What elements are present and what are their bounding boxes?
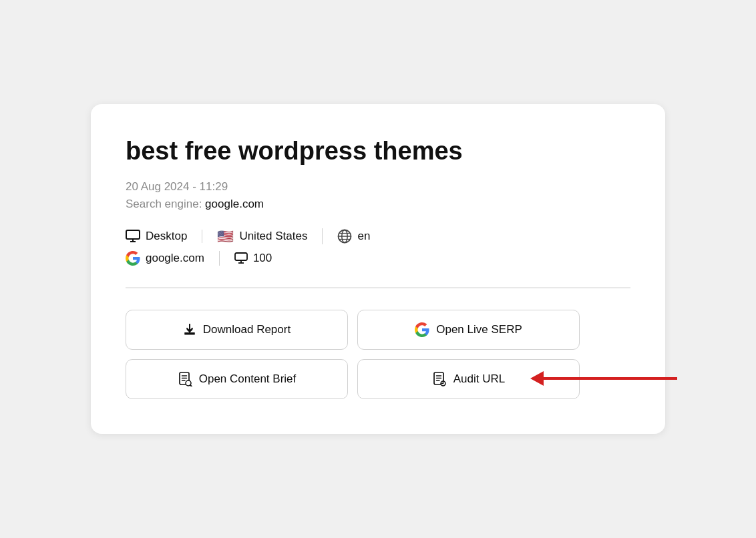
device-meta: Desktop [126,230,202,243]
flag-icon: 🇺🇸 [217,228,234,244]
audit-icon [432,372,447,386]
count-label: 100 [253,252,272,265]
device-label: Desktop [146,230,187,243]
language-meta: en [337,229,370,244]
svg-rect-8 [235,253,247,260]
download-report-label: Download Report [203,323,291,336]
search-engine-value: google.com [205,198,264,210]
monitor-icon [234,252,248,264]
search-engine-label: Search engine: [126,198,202,210]
language-label: en [357,230,370,243]
google-g-icon [415,322,429,337]
google-domain-label: google.com [146,252,204,265]
svg-line-19 [190,385,192,386]
download-report-button[interactable]: Download Report [126,310,348,350]
count-meta: 100 [234,252,272,265]
audit-url-label: Audit URL [453,372,505,386]
open-live-serp-label: Open Live SERP [436,323,522,336]
meta-row-2: google.com 100 [126,251,630,266]
meta-row-1: Desktop 🇺🇸 United States en [126,228,630,244]
download-icon [183,323,196,336]
open-content-brief-button[interactable]: Open Content Brief [126,359,348,399]
open-content-brief-label: Open Content Brief [199,372,297,386]
country-meta: 🇺🇸 United States [217,228,323,244]
open-live-serp-button[interactable]: Open Live SERP [357,310,580,350]
globe-icon [337,229,352,244]
datetime-label: 20 Aug 2024 - 11:29 [126,180,630,194]
google-meta: google.com [126,251,220,266]
search-engine-row: Search engine: google.com [126,198,630,211]
keyword-title: best free wordpress themes [126,136,630,167]
country-label: United States [239,230,307,243]
content-brief-icon [178,372,192,386]
google-logo-icon [126,251,140,266]
arrow-indicator [530,371,677,386]
info-card: best free wordpress themes 20 Aug 2024 -… [91,104,665,433]
desktop-icon [126,230,140,243]
action-buttons: Download Report Open Live SERP Open Co [126,310,580,399]
divider [126,287,630,288]
svg-rect-0 [126,230,140,239]
